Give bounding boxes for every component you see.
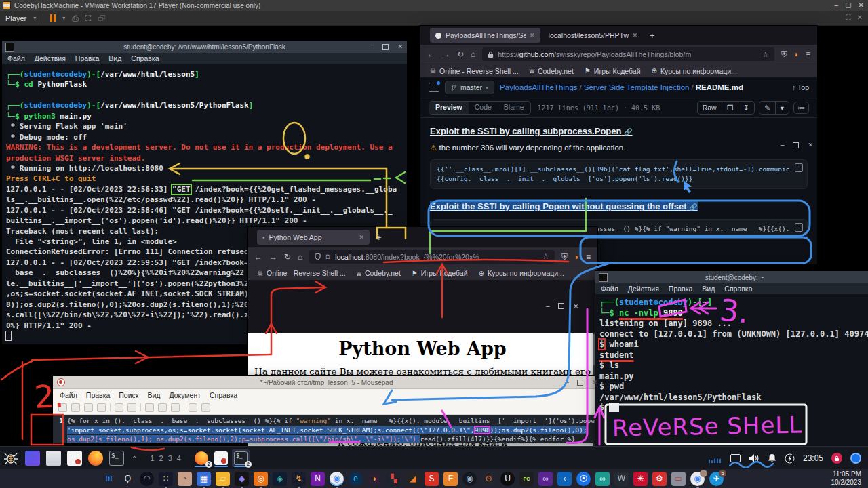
tab-blame[interactable]: Blame [498,102,530,114]
taskbar-icon-firefox[interactable]: ◗ [368,472,382,486]
close-button[interactable] [573,303,578,310]
maximize-button[interactable] [577,380,583,386]
mousepad-toolbar[interactable] [53,401,600,415]
vmware-corner-icons[interactable]: ⛶✕ [846,14,863,22]
taskbar-icon-onenote[interactable]: N [311,472,325,486]
terminal-titlebar[interactable]: student@codeby: ~ [595,271,868,283]
new-tab-button[interactable]: + [376,232,382,243]
taskbar-icon-unreal[interactable]: U [500,472,515,486]
expand-caret-icon[interactable]: ⌃ [132,455,137,462]
windows-clock[interactable]: 11:05 PM 10/2/2023 [831,470,862,487]
anchor-link-icon[interactable]: 🔗 [624,128,632,136]
taskbar-icon-maps-blue[interactable]: ⦿ [576,472,591,486]
bookmark-item[interactable]: wCodeby.net [357,269,401,277]
menu-icon[interactable]: ≡ [586,252,591,262]
menu-item[interactable]: Справка [131,54,159,62]
bookmark-item[interactable]: wCodeby.net [530,67,574,75]
unity-icon[interactable]: 🗗 [98,14,106,23]
minimize-button[interactable] [370,43,374,50]
reload-icon[interactable]: ↻ [284,252,291,262]
taskbar-icon-edge[interactable]: e [349,472,363,486]
tab-localhost-phptwig[interactable]: localhost/lesson5/PHPTwigI ✕ [543,28,644,43]
vm-clock[interactable]: 23:05 [803,453,823,463]
home-icon[interactable]: ⌂ [471,49,475,59]
taskbar-icon-teal-infinity[interactable]: ∞ [595,472,610,486]
menu-item[interactable]: Правка [75,54,99,62]
taskbar-icon-portrait[interactable]: ◔ [178,472,192,486]
menu-item[interactable]: Вид [147,391,160,399]
menu-item[interactable]: Справка [210,391,237,399]
taskbar-icon-folio-orange[interactable]: F [443,472,458,486]
taskbar-icon-octo-orange[interactable]: ◎ [254,472,268,486]
url-bar[interactable]: 🗋 localhost:8080/index?book={%%20for%20x… [309,250,554,264]
forward-icon[interactable]: → [442,49,450,59]
vpn-lock-icon[interactable] [831,453,842,464]
codeby-spider-icon[interactable] [3,450,19,466]
menu-item[interactable]: Действия [35,54,66,62]
update-tray-icon[interactable] [850,453,861,464]
menu-item[interactable]: Правка [669,285,692,293]
player-menu[interactable]: Player [5,14,26,22]
reload-icon[interactable]: ↻ [457,49,464,59]
mousepad-launcher-icon[interactable] [67,451,82,466]
minimize-button[interactable] [781,142,785,148]
workspace-number[interactable]: 1 [150,454,154,462]
ctrl-alt-del-icon[interactable]: ⎙ [72,14,79,23]
taskbar-icon-wings-gray[interactable]: W [614,472,629,486]
minimize-button[interactable] [546,303,550,310]
download-icon[interactable]: ↧ [738,102,754,114]
workspace-number[interactable]: 4 [177,454,181,462]
maximize-button[interactable] [382,44,389,50]
terminal-output[interactable]: ┌──(student⊛codeby)-[~]└─$ nc -nvlp 9898… [595,294,868,447]
file-manager-icon[interactable] [46,451,61,466]
tab-close-icon[interactable]: ✕ [359,234,364,241]
back-icon[interactable]: ← [254,252,262,262]
player-caret-icon[interactable]: ▾ [33,15,36,21]
taskbar-icon-obsidian[interactable]: ◆ [235,472,249,486]
bookmark-item[interactable]: ☠Online - Reverse Shell ... [257,269,346,277]
taskbar-icon-stats-red[interactable]: ▚ [387,472,401,486]
bookmark-item[interactable]: ⊕Курсы по информаци... [652,67,737,75]
taskbar-icon-blender[interactable]: ⊙ [481,472,496,486]
terminal-titlebar[interactable]: student@codeby: /var/www/html/lesson5/Py… [2,41,407,53]
volume-icon[interactable] [749,453,760,463]
close-button[interactable] [592,379,597,386]
taskbar-icon-calendar[interactable]: ▦ [197,472,211,486]
workspace-number[interactable]: 3 [168,454,172,462]
vmware-window-controls[interactable]: –▢✕ [835,1,864,9]
close-button[interactable] [397,43,403,50]
taskbar-icon-telegram[interactable]: ✈5 [709,472,724,486]
home-icon[interactable]: ⌂ [298,252,302,262]
minimize-button[interactable] [565,379,569,386]
pencil-icon[interactable]: ✎ [760,102,775,114]
display-tray-icon[interactable] [730,454,741,462]
menu-item[interactable]: Вид [108,54,121,62]
code-block-1[interactable]: {{''.__class__.mro()[1].__subclasses__()… [430,159,808,189]
tab-preview[interactable]: Preview [429,102,469,114]
taskbar-icon-chrome[interactable]: ◉ [330,472,344,486]
new-tab-button[interactable]: + [650,30,655,41]
maximize-button[interactable] [558,303,564,309]
menu-item[interactable]: Справка [724,285,752,293]
mousepad-titlebar[interactable]: *~/Рабочий стол/tmp_lesson_5 - Mousepad [53,376,600,389]
taskbar-icon-visual-studio[interactable]: ∞ [538,472,553,486]
workspace-number[interactable]: 2 [159,454,163,462]
taskbar-icon-arrows-orange[interactable]: ↯ [292,472,306,486]
url-bar[interactable]: https://github.com/swisskyrepo/PayloadsA… [482,47,774,61]
menu-item[interactable]: Вид [702,285,715,293]
fullscreen-icon[interactable]: ⛶ [85,14,91,23]
bookmark-item[interactable]: ⚑Игры Кодебай [412,269,468,277]
copy-raw-icon[interactable]: ❐ [722,102,738,114]
tab-python-web-app[interactable]: • Python Web App ✕ [257,230,370,245]
menu-item[interactable]: Файл [60,391,77,399]
taskbar-icon-vscode[interactable]: ‹ [557,472,572,486]
tab-payloadsallthethings[interactable]: PayloadsAllTheThings/Se ✕ [430,28,540,43]
bookmark-star-icon[interactable]: ☆ [762,50,769,59]
branch-selector[interactable]: master▾ [445,81,494,94]
mousepad-editor[interactable]: 1 {% for x in ().__class__.__base__.__su… [53,415,600,443]
raw-button-group[interactable]: Raw ❐ ↧ [697,101,755,115]
firefox-launcher-icon[interactable] [88,451,103,466]
taskbar-icon-search[interactable]: Ϙ [121,472,135,486]
taskbar-icon-speedtest[interactable]: ◠ [140,472,154,486]
taskbar-icon-game-y[interactable]: ◈ [273,472,287,486]
